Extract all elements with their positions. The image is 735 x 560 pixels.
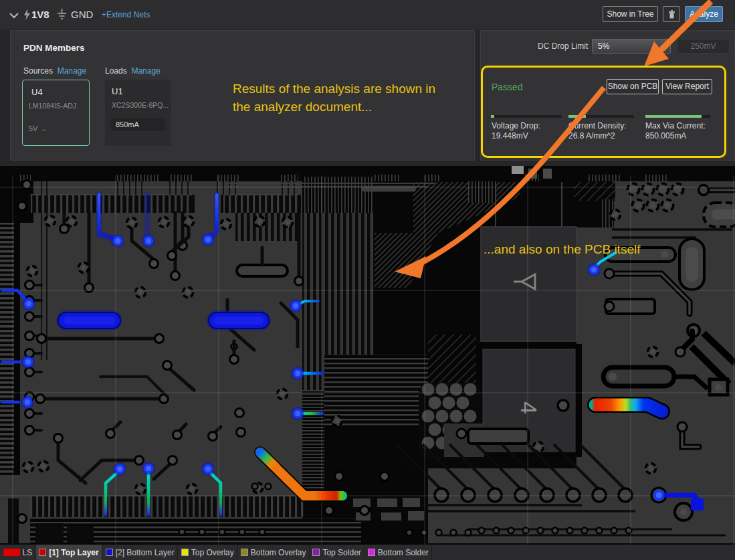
svg-text:4: 4 [516,401,542,414]
